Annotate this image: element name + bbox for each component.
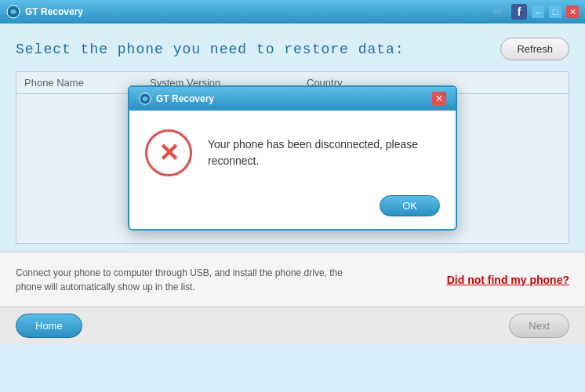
dialog-title-left: GT Recovery [139,93,214,105]
dialog-body: ✕ Your phone has been disconnected, plea… [129,111,456,195]
title-bar: GT Recovery 🛒 f – □ ✕ [0,0,585,24]
maximize-button[interactable]: □ [549,5,561,18]
error-icon: ✕ [145,129,192,176]
cart-icon[interactable]: 🛒 [491,4,507,20]
title-bar-left: GT Recovery [6,5,83,19]
status-bar: Connect your phone to computer through U… [0,252,585,307]
facebook-icon[interactable]: f [511,4,527,20]
svg-point-1 [11,9,16,14]
next-button[interactable]: Next [509,314,569,338]
home-button[interactable]: Home [16,314,82,338]
dialog-close-button[interactable]: ✕ [432,92,446,106]
dialog-title-bar: GT Recovery ✕ [129,87,456,111]
title-bar-controls: 🛒 f – □ ✕ [491,4,579,20]
dialog-message: Your phone has been disconnected, please… [208,136,440,169]
svg-point-3 [143,96,147,100]
dialog-app-icon [139,93,151,105]
table-container: Phone Name System Version Country G [16,71,569,244]
error-symbol: ✕ [158,140,180,165]
main-content: Select the phone you need to restore dat… [0,24,585,252]
app-title: GT Recovery [25,6,83,17]
page-title: Select the phone you need to restore dat… [16,42,405,57]
dialog-overlay: GT Recovery ✕ ✕ Your phone has been disc… [16,71,569,244]
app-icon [6,5,20,19]
dialog: GT Recovery ✕ ✕ Your phone has been disc… [128,85,457,230]
header-row: Select the phone you need to restore dat… [16,38,569,60]
ok-button[interactable]: OK [380,195,440,216]
find-phone-link[interactable]: Did not find my phone? [447,274,569,286]
bottom-bar: Home Next [0,307,585,344]
dialog-footer: OK [129,195,456,229]
refresh-button[interactable]: Refresh [500,38,569,60]
dialog-title-text: GT Recovery [156,93,214,104]
close-button[interactable]: ✕ [566,5,579,18]
minimize-button[interactable]: – [532,5,544,18]
status-info-text: Connect your phone to computer through U… [16,266,361,294]
